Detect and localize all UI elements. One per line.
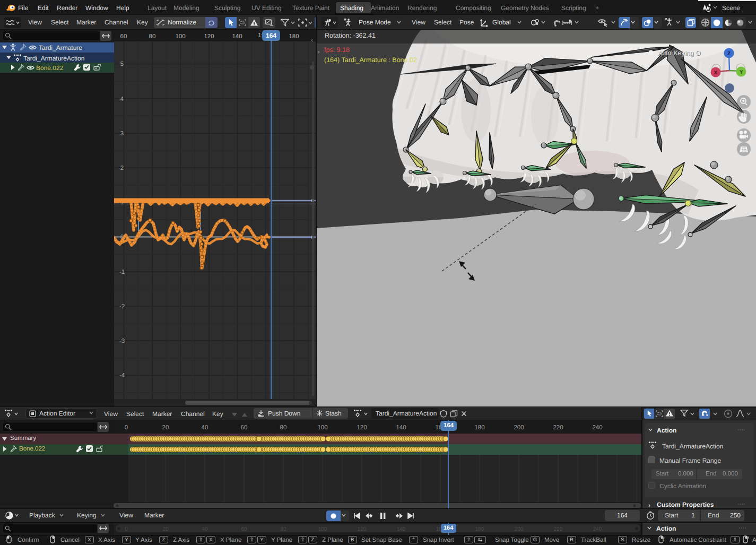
svg-text:120: 120 — [204, 33, 214, 40]
svg-text:200: 200 — [514, 425, 524, 431]
svg-text:240: 240 — [592, 425, 602, 431]
svg-text:X: X — [714, 70, 718, 76]
svg-text:100: 100 — [318, 526, 327, 532]
svg-text:220: 220 — [553, 425, 563, 431]
svg-text:Z: Z — [727, 51, 731, 57]
svg-text:5: 5 — [120, 61, 124, 67]
svg-text:›: › — [318, 49, 320, 55]
svg-text:-2: -2 — [119, 304, 125, 310]
svg-text:60: 60 — [241, 425, 248, 431]
svg-text:Auto Keying O: Auto Keying O — [658, 49, 701, 57]
svg-text:140: 140 — [397, 526, 406, 532]
svg-text:200: 200 — [515, 526, 524, 532]
svg-text:20: 20 — [162, 526, 169, 532]
svg-text:40: 40 — [202, 526, 208, 532]
svg-text:240: 240 — [593, 526, 602, 532]
svg-text:fps: 9.18: fps: 9.18 — [324, 46, 350, 54]
svg-text:100: 100 — [317, 425, 327, 431]
svg-text:80: 80 — [280, 526, 286, 532]
svg-text:60: 60 — [120, 33, 127, 40]
svg-text:120: 120 — [358, 526, 367, 532]
svg-text:180: 180 — [474, 425, 484, 431]
svg-text:120: 120 — [357, 425, 367, 431]
svg-text:Rotation: -362.41: Rotation: -362.41 — [325, 32, 376, 39]
svg-text:20: 20 — [162, 425, 169, 431]
svg-text:0: 0 — [125, 425, 128, 431]
svg-text:40: 40 — [202, 425, 208, 431]
svg-text:4: 4 — [120, 96, 124, 102]
svg-text:2: 2 — [120, 165, 124, 171]
svg-text:180: 180 — [475, 526, 484, 532]
svg-text:100: 100 — [175, 33, 185, 40]
svg-text:-3: -3 — [119, 338, 125, 344]
svg-text:(164) Tardi_Armature : Bone.02: (164) Tardi_Armature : Bone.02 — [324, 56, 417, 64]
svg-text:Y: Y — [740, 70, 743, 75]
svg-text:220: 220 — [554, 526, 563, 532]
svg-text:80: 80 — [149, 33, 156, 40]
svg-text:80: 80 — [280, 425, 287, 431]
svg-text:60: 60 — [241, 526, 247, 532]
svg-text:140: 140 — [396, 425, 406, 431]
svg-text:-4: -4 — [119, 373, 125, 379]
svg-text:-1: -1 — [119, 269, 125, 275]
svg-text:180: 180 — [289, 33, 299, 40]
svg-text:140: 140 — [232, 33, 242, 40]
svg-text:0: 0 — [125, 526, 128, 532]
svg-text:3: 3 — [120, 131, 124, 137]
